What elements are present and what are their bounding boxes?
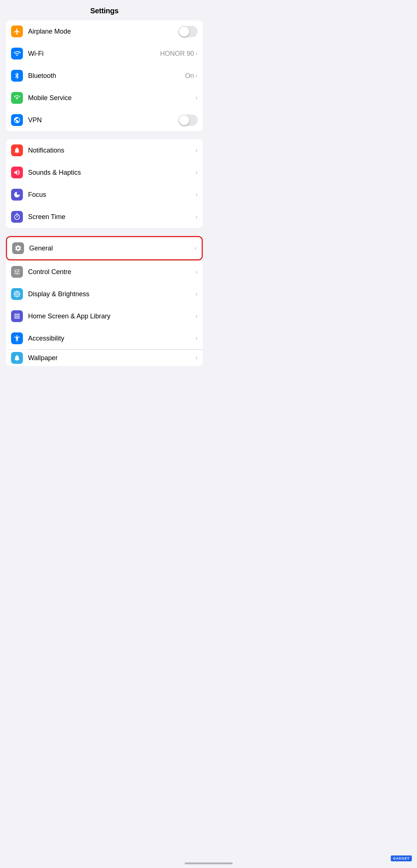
airplane-mode-toggle[interactable] xyxy=(178,26,198,37)
wifi-row[interactable]: Wi-Fi HONOR 90 › xyxy=(6,42,203,65)
focus-chevron: › xyxy=(195,191,198,198)
bluetooth-value: On xyxy=(185,72,194,80)
page-header: Settings xyxy=(0,0,209,20)
home-screen-label: Home Screen & App Library xyxy=(28,312,195,320)
sounds-haptics-icon xyxy=(11,167,23,178)
general-chevron: › xyxy=(194,245,196,252)
notifications-label: Notifications xyxy=(28,147,195,154)
display-brightness-label: Display & Brightness xyxy=(28,290,195,298)
sounds-haptics-chevron: › xyxy=(195,169,198,176)
wifi-chevron: › xyxy=(195,50,198,57)
general-icon xyxy=(12,242,24,254)
notifications-section: Notifications › Sounds & Haptics › Focus… xyxy=(6,139,203,228)
focus-icon xyxy=(11,189,23,201)
general-row[interactable]: General › xyxy=(7,237,202,259)
vpn-icon xyxy=(11,114,23,126)
toggle-thumb xyxy=(179,27,189,37)
wifi-value: HONOR 90 xyxy=(160,50,194,58)
control-centre-icon xyxy=(11,266,23,278)
general-label: General xyxy=(29,245,194,252)
settings-page: Settings Airplane Mode Wi-Fi HONOR 90 › xyxy=(0,0,209,389)
wallpaper-icon xyxy=(11,352,23,364)
accessibility-chevron: › xyxy=(195,335,198,342)
control-centre-label: Control Centre xyxy=(28,268,195,276)
notifications-row[interactable]: Notifications › xyxy=(6,139,203,161)
home-screen-row[interactable]: Home Screen & App Library › xyxy=(6,305,203,327)
wifi-label: Wi-Fi xyxy=(28,50,160,58)
mobile-service-icon xyxy=(11,92,23,104)
home-screen-chevron: › xyxy=(195,312,198,320)
bluetooth-chevron: › xyxy=(195,72,198,79)
vpn-toggle[interactable] xyxy=(178,115,198,126)
bluetooth-icon xyxy=(11,70,23,82)
home-screen-icon xyxy=(11,310,23,322)
mobile-service-label: Mobile Service xyxy=(28,94,195,102)
screen-time-chevron: › xyxy=(195,213,198,221)
focus-row[interactable]: Focus › xyxy=(6,184,203,206)
vpn-row[interactable]: VPN xyxy=(6,109,203,131)
airplane-mode-icon xyxy=(11,25,23,37)
page-title: Settings xyxy=(90,7,119,15)
airplane-mode-row[interactable]: Airplane Mode xyxy=(6,20,203,42)
screen-time-label: Screen Time xyxy=(28,213,195,221)
display-brightness-chevron: › xyxy=(195,290,198,298)
accessibility-label: Accessibility xyxy=(28,335,195,342)
network-section: Airplane Mode Wi-Fi HONOR 90 › Bluetooth… xyxy=(6,20,203,131)
screen-time-icon xyxy=(11,211,23,223)
notifications-icon xyxy=(11,144,23,156)
wifi-icon xyxy=(11,48,23,59)
bluetooth-label: Bluetooth xyxy=(28,72,185,80)
screen-time-row[interactable]: Screen Time › xyxy=(6,206,203,228)
accessibility-icon xyxy=(11,332,23,344)
vpn-toggle-thumb xyxy=(179,115,189,125)
mobile-service-row[interactable]: Mobile Service › xyxy=(6,87,203,109)
sounds-haptics-row[interactable]: Sounds & Haptics › xyxy=(6,161,203,184)
accessibility-row[interactable]: Accessibility › xyxy=(6,327,203,349)
sounds-haptics-label: Sounds & Haptics xyxy=(28,169,195,177)
bluetooth-row[interactable]: Bluetooth On › xyxy=(6,65,203,87)
focus-label: Focus xyxy=(28,191,195,199)
wallpaper-chevron: › xyxy=(195,354,198,362)
wallpaper-label: Wallpaper xyxy=(28,354,195,362)
vpn-label: VPN xyxy=(28,116,178,124)
display-brightness-icon xyxy=(11,288,23,300)
control-centre-chevron: › xyxy=(195,268,198,276)
wallpaper-row[interactable]: Wallpaper › xyxy=(6,349,203,366)
mobile-service-chevron: › xyxy=(195,94,198,102)
airplane-mode-label: Airplane Mode xyxy=(28,28,178,35)
system-section: General › Control Centre › Display & Bri… xyxy=(6,236,203,366)
display-brightness-row[interactable]: Display & Brightness › xyxy=(6,283,203,305)
notifications-chevron: › xyxy=(195,147,198,154)
control-centre-row[interactable]: Control Centre › xyxy=(6,261,203,283)
